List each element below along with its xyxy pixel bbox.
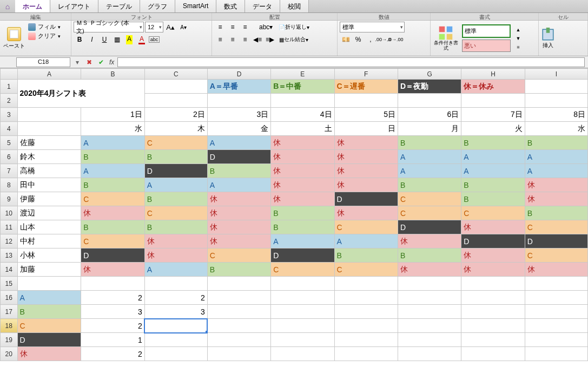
title-cell[interactable]: 2020年4月シフト表 — [17, 80, 144, 108]
cell[interactable]: 休 — [461, 248, 525, 263]
cell[interactable]: C — [525, 220, 587, 234]
legend-c[interactable]: C＝遅番 — [334, 80, 398, 94]
cell[interactable]: 7日 — [461, 108, 525, 122]
align-left-button[interactable]: ≡ — [214, 34, 226, 45]
tab-table[interactable]: テーブル — [98, 0, 140, 12]
cell[interactable]: B — [81, 220, 145, 234]
formula-bar[interactable] — [117, 57, 585, 67]
align-middle-button[interactable]: ≡ — [227, 22, 239, 32]
cell[interactable]: 休 — [398, 263, 461, 277]
cell[interactable]: C — [144, 206, 207, 220]
cell[interactable]: 休 — [334, 150, 398, 164]
cell[interactable]: A — [144, 263, 207, 277]
number-format-combo[interactable]: 標準 — [340, 22, 405, 32]
tab-review[interactable]: 校閲 — [280, 0, 309, 12]
row-header[interactable]: 3 — [1, 108, 18, 122]
cell[interactable]: A — [398, 164, 461, 178]
namebox-dropdown[interactable]: ▾ — [72, 57, 82, 67]
cell[interactable]: A — [144, 178, 207, 192]
cell[interactable]: 休 — [525, 192, 587, 206]
cell[interactable]: C — [271, 263, 334, 277]
cell[interactable]: 休 — [271, 178, 334, 192]
tab-layout[interactable]: レイアウト — [50, 0, 98, 12]
phonetic-button[interactable]: abc — [148, 34, 160, 45]
cell[interactable]: D — [271, 248, 334, 263]
row-header[interactable]: 2 — [1, 94, 18, 108]
cell[interactable]: 休 — [207, 220, 270, 234]
italic-button[interactable]: I — [86, 34, 98, 45]
row-header[interactable]: 13 — [1, 248, 18, 263]
indent-decrease-button[interactable]: ◀≡ — [252, 34, 263, 45]
cell[interactable]: A — [461, 150, 525, 164]
col-header[interactable]: F — [334, 69, 398, 80]
style-scroll-up[interactable]: ▲ — [514, 26, 523, 34]
active-cell[interactable] — [144, 319, 207, 333]
cell[interactable]: B — [207, 164, 270, 178]
home-icon[interactable]: ⌂ — [0, 0, 15, 12]
merge-button[interactable]: ▦ セル結合 ▾ — [276, 34, 311, 45]
col-header[interactable]: H — [461, 69, 525, 80]
cell[interactable]: D — [81, 248, 145, 263]
align-center-button[interactable]: ≡ — [227, 34, 239, 45]
row-header[interactable]: 10 — [1, 206, 18, 220]
legend-a[interactable]: A＝早番 — [207, 80, 270, 94]
select-all-corner[interactable] — [1, 69, 18, 80]
cell[interactable]: 鈴木 — [17, 150, 81, 164]
cell[interactable]: 休 — [525, 178, 587, 192]
cell[interactable]: D — [17, 333, 81, 347]
cell[interactable]: 水 — [81, 122, 145, 136]
font-name-combo[interactable]: ＭＳ Ｐゴシック (本文) — [74, 22, 144, 32]
cell[interactable]: A — [525, 150, 587, 164]
name-box[interactable]: C18 — [16, 57, 70, 67]
cell[interactable]: 休 — [144, 234, 207, 248]
cell[interactable]: C — [17, 319, 81, 333]
cell[interactable]: C — [461, 206, 525, 220]
cell[interactable]: 休 — [271, 164, 334, 178]
legend-d[interactable]: D＝夜勤 — [398, 80, 461, 94]
cell[interactable]: 休 — [207, 192, 270, 206]
paste-button[interactable]: ペースト — [2, 22, 26, 55]
row-header[interactable]: 1 — [1, 80, 18, 94]
cell[interactable]: D — [334, 192, 398, 206]
style-normal[interactable]: 標準 — [462, 24, 511, 38]
col-header[interactable]: I — [525, 69, 587, 80]
font-size-combo[interactable]: 12 — [145, 22, 163, 32]
cell[interactable]: 休 — [461, 263, 525, 277]
cell[interactable]: 中村 — [17, 234, 81, 248]
style-bad[interactable]: 悪い — [462, 40, 511, 52]
cell[interactable]: A — [334, 234, 398, 248]
percent-button[interactable]: % — [352, 34, 364, 45]
cell[interactable]: 2日 — [144, 108, 207, 122]
cell[interactable]: 休 — [17, 347, 81, 361]
legend-b[interactable]: B＝中番 — [271, 80, 334, 94]
cell[interactable]: B — [81, 178, 145, 192]
tab-data[interactable]: データ — [245, 0, 280, 12]
style-gallery-button[interactable]: ≡ — [514, 43, 523, 51]
cell[interactable]: 休 — [461, 220, 525, 234]
cell[interactable]: D — [461, 234, 525, 248]
cell[interactable]: B — [207, 263, 270, 277]
cell[interactable]: 月 — [398, 122, 461, 136]
orientation-button[interactable]: abc▾ — [256, 22, 275, 32]
cell[interactable]: 高橋 — [17, 164, 81, 178]
conditional-format-button[interactable]: 条件付き書式 — [433, 25, 459, 51]
accept-formula-button[interactable]: ✔ — [96, 57, 106, 67]
cell[interactable]: 日 — [334, 122, 398, 136]
cell[interactable]: 休 — [525, 263, 587, 277]
cell[interactable]: A — [207, 136, 270, 150]
font-color-button[interactable]: A — [136, 34, 148, 45]
legend-h[interactable]: 休＝休み — [461, 80, 525, 94]
cell[interactable]: D — [207, 150, 270, 164]
cell[interactable]: C — [525, 248, 587, 263]
cell[interactable]: 休 — [334, 206, 398, 220]
cell[interactable]: 休 — [334, 164, 398, 178]
align-right-button[interactable]: ≡ — [239, 34, 251, 45]
cell[interactable]: A — [271, 234, 334, 248]
cell[interactable]: 休 — [81, 263, 145, 277]
cell[interactable]: A — [461, 164, 525, 178]
fx-icon[interactable]: fx — [109, 58, 114, 66]
row-header[interactable]: 16 — [1, 291, 18, 305]
cell[interactable]: B — [271, 206, 334, 220]
cell[interactable]: C — [334, 220, 398, 234]
row-header[interactable]: 19 — [1, 333, 18, 347]
